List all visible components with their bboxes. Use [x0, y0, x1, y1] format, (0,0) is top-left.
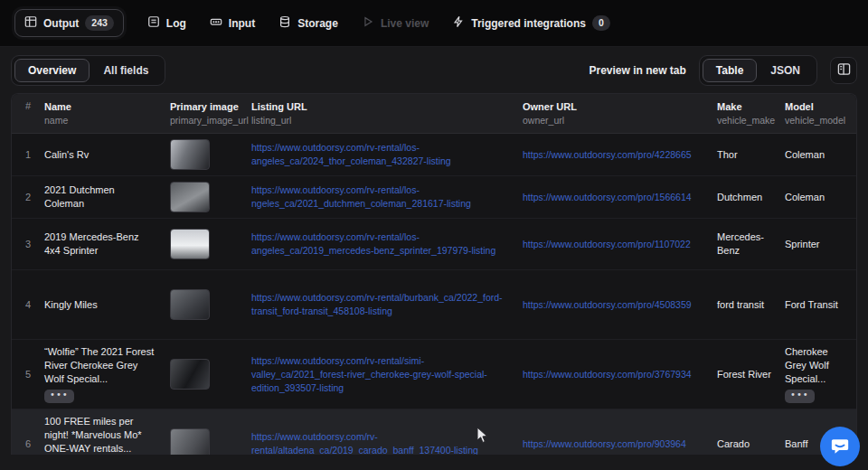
- listing-url-link[interactable]: https://www.outdoorsy.com/rv-rental/los-…: [251, 230, 523, 258]
- model-cell: Sprinter: [785, 238, 856, 251]
- owner-url-link[interactable]: https://www.outdoorsy.com/pro/1107022: [523, 238, 717, 251]
- run-tabs-bar: Output 243 Log Input Storage Live view T…: [0, 0, 868, 47]
- tab-log[interactable]: Log: [147, 15, 186, 31]
- format-switcher: Table JSON: [699, 55, 817, 86]
- tab-storage-label: Storage: [297, 17, 338, 30]
- tab-overview[interactable]: Overview: [14, 59, 90, 82]
- output-count-badge: 243: [85, 15, 114, 31]
- output-toolbar: Overview All fields Preview in new tab T…: [0, 47, 868, 93]
- view-switcher: Overview All fields: [11, 55, 165, 86]
- tab-input-label: Input: [229, 17, 255, 30]
- column-header-primary-image: Primary image primary_image_url: [162, 100, 251, 127]
- row-index: 6: [12, 438, 44, 449]
- listing-url-link[interactable]: https://www.outdoorsy.com/rv-rental/burb…: [251, 291, 523, 318]
- vehicle-thumbnail[interactable]: [170, 229, 210, 259]
- output-panel: Overview All fields Preview in new tab T…: [0, 47, 868, 470]
- tab-triggered-integrations-label: Triggered integrations: [471, 17, 586, 30]
- play-icon: [362, 15, 374, 31]
- owner-url-link[interactable]: https://www.outdoorsy.com/pro/1566614: [523, 191, 717, 204]
- database-icon: [278, 15, 291, 31]
- vehicle-thumbnail[interactable]: [170, 182, 210, 212]
- model-cell: Ford Transit: [785, 298, 856, 312]
- columns-layout-icon: [837, 62, 851, 79]
- tab-live-view: Live view: [362, 15, 429, 31]
- column-header-model: Model vehicle_model: [785, 100, 856, 127]
- tab-output-label: Output: [43, 17, 79, 30]
- column-layout-button[interactable]: [830, 57, 857, 84]
- chat-bubble-icon: [830, 436, 850, 458]
- name-text: “Wolfie” The 2021 Forest River Cherokee …: [44, 346, 154, 384]
- table-row: 2 2021 Dutchmen Coleman https://www.outd…: [12, 176, 856, 219]
- table-row: 5 “Wolfie” The 2021 Forest River Cheroke…: [12, 340, 856, 409]
- row-index: 3: [12, 239, 44, 249]
- expand-cell-button[interactable]: •••: [785, 390, 815, 403]
- vehicle-thumbnail[interactable]: [170, 289, 210, 320]
- name-cell: Kingly Miles: [44, 298, 162, 312]
- tab-log-label: Log: [166, 17, 186, 30]
- name-text: 100 FREE miles per night! *Marvelous Mo*…: [44, 416, 142, 454]
- log-icon: [147, 15, 160, 31]
- chat-widget-button[interactable]: [820, 427, 860, 466]
- make-cell: Mercedes-Benz: [717, 230, 785, 258]
- column-header-owner-url: Owner URL owner_url: [523, 100, 717, 127]
- name-cell: 2019 Mercedes-Benz 4x4 Sprinter: [44, 230, 162, 258]
- row-index: 5: [12, 369, 44, 380]
- column-header-make: Make vehicle_make: [717, 100, 785, 127]
- tab-json-format[interactable]: JSON: [757, 59, 814, 82]
- listing-url-link[interactable]: https://www.outdoorsy.com/rv-rental/alta…: [251, 430, 523, 455]
- table-header-row: # Name name Primary image primary_image_…: [12, 94, 856, 134]
- column-header-index: #: [12, 99, 44, 111]
- table-row: 1 Calin's Rv https://www.outdoorsy.com/r…: [12, 134, 856, 176]
- table-icon: [24, 15, 37, 31]
- make-cell: Forest River: [717, 368, 785, 381]
- model-cell: Coleman: [785, 148, 856, 162]
- tab-output[interactable]: Output 243: [14, 9, 124, 37]
- row-index: 2: [12, 192, 44, 202]
- name-cell: Calin's Rv: [44, 148, 162, 162]
- vehicle-thumbnail[interactable]: [170, 139, 210, 170]
- tab-table-format[interactable]: Table: [703, 59, 757, 82]
- table-row: 6 100 FREE miles per night! *Marvelous M…: [12, 409, 856, 455]
- preview-in-new-tab-link[interactable]: Preview in new tab: [589, 64, 685, 77]
- make-cell: Carado: [717, 437, 785, 451]
- model-cell: Cherokee Grey Wolf Special... •••: [785, 345, 856, 403]
- bolt-icon: [452, 15, 465, 31]
- column-header-listing-url: Listing URL listing_url: [251, 100, 523, 127]
- model-text: Cherokee Grey Wolf Special...: [785, 346, 829, 384]
- owner-url-link[interactable]: https://www.outdoorsy.com/pro/3767934: [523, 368, 717, 381]
- integrations-count-badge: 0: [592, 15, 610, 31]
- owner-url-link[interactable]: https://www.outdoorsy.com/pro/4508359: [523, 298, 717, 312]
- results-table: # Name name Primary image primary_image_…: [11, 93, 857, 455]
- vehicle-thumbnail[interactable]: [170, 428, 210, 455]
- name-cell: 2021 Dutchmen Coleman: [44, 183, 162, 211]
- name-cell: “Wolfie” The 2021 Forest River Cherokee …: [44, 345, 162, 403]
- expand-cell-button[interactable]: •••: [44, 390, 74, 403]
- column-header-name: Name name: [44, 100, 162, 127]
- tab-input[interactable]: Input: [210, 15, 255, 31]
- tab-triggered-integrations[interactable]: Triggered integrations 0: [452, 15, 610, 31]
- row-index: 4: [12, 299, 44, 310]
- owner-url-link[interactable]: https://www.outdoorsy.com/pro/903964: [523, 437, 717, 451]
- model-cell: Coleman: [785, 191, 856, 204]
- owner-url-link[interactable]: https://www.outdoorsy.com/pro/4228665: [523, 148, 717, 162]
- tab-storage[interactable]: Storage: [278, 15, 338, 31]
- make-cell: ford transit: [717, 298, 785, 312]
- listing-url-link[interactable]: https://www.outdoorsy.com/rv-rental/simi…: [251, 354, 523, 395]
- listing-url-link[interactable]: https://www.outdoorsy.com/rv-rental/los-…: [251, 141, 523, 168]
- input-icon: [210, 15, 222, 31]
- make-cell: Dutchmen: [717, 191, 785, 204]
- toolbar-right-group: Preview in new tab Table JSON: [589, 55, 857, 86]
- vehicle-thumbnail[interactable]: [170, 359, 210, 390]
- tab-all-fields[interactable]: All fields: [90, 59, 162, 82]
- tab-live-view-label: Live view: [381, 17, 429, 30]
- make-cell: Thor: [717, 148, 785, 162]
- table-row: 4 Kingly Miles https://www.outdoorsy.com…: [12, 270, 856, 340]
- name-cell: 100 FREE miles per night! *Marvelous Mo*…: [44, 415, 162, 455]
- table-row: 3 2019 Mercedes-Benz 4x4 Sprinter https:…: [12, 219, 856, 270]
- listing-url-link[interactable]: https://www.outdoorsy.com/rv-rental/los-…: [251, 183, 523, 211]
- row-index: 1: [12, 149, 44, 160]
